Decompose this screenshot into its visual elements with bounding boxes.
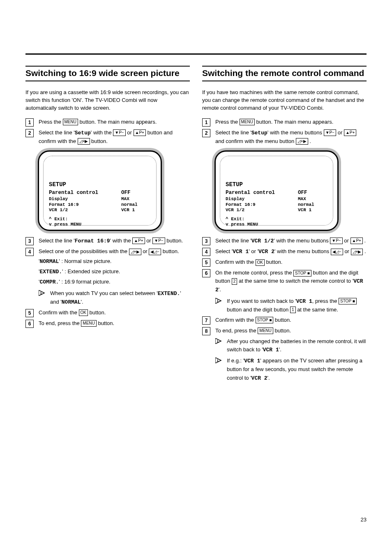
svg-text:i: i: [40, 291, 42, 295]
text: Select one of the possibilities with the: [39, 248, 129, 254]
code-text: EXTEND.: [39, 269, 62, 275]
osd-value: normal: [121, 202, 151, 208]
step-list: 3 Select the line 'VCR 1/2' with the men…: [202, 237, 367, 383]
osd-value: OFF: [121, 190, 151, 196]
osd-footer: v press MENU: [49, 222, 151, 227]
p-plus-button: ▲P+: [344, 129, 356, 136]
step-body: Confirm with the STOP ■ button.: [215, 316, 367, 324]
step-body: Select the line 'Setup' with the menu bu…: [215, 129, 367, 145]
step-number: 1: [202, 118, 210, 127]
text: button. The main menu appears.: [78, 119, 157, 125]
osd-label: Display: [49, 196, 121, 202]
info-arrow-icon: i: [215, 338, 224, 344]
step-list: 1 Press the MENU button. The main menu a…: [25, 118, 190, 145]
section-title: Switching the remote control command: [202, 66, 367, 81]
code-text: Setup: [75, 130, 91, 136]
step-5: 5 Confirm with the OK button.: [25, 309, 190, 317]
code-text: Format 16:9: [75, 238, 110, 244]
digit-2-button: 2: [232, 278, 238, 285]
step-3: 3 Select the line 'Format 16:9' with the…: [25, 237, 190, 245]
step-number: 4: [25, 248, 34, 256]
code-text: COMPR.: [39, 279, 59, 285]
osd-value: MAX: [121, 196, 151, 202]
step-body: Select 'VCR 1' or 'VCR 2' with the menu …: [215, 247, 367, 256]
text: : Extended size picture.: [63, 268, 120, 274]
step-number: 6: [202, 269, 210, 277]
step-2: 2 Select the line 'Setup' with the ▼P− o…: [25, 129, 190, 145]
p-plus-button: ▲P+: [350, 238, 363, 244]
svg-text:i: i: [217, 359, 219, 363]
step-body: Press the MENU button. The main menu app…: [215, 118, 367, 126]
osd-screenshot: SETUP Parental controlOFF DisplayMAX For…: [214, 150, 367, 231]
step-body: To end, press the MENU button.: [39, 319, 190, 327]
step-4: 4 Select 'VCR 1' or 'VCR 2' with the men…: [202, 247, 367, 256]
osd-value: VCR 1: [298, 208, 327, 213]
text: button.: [90, 138, 108, 144]
right-column: Switching the remote control command If …: [202, 66, 367, 510]
stop-button-label: STOP ■: [256, 317, 274, 323]
osd-footer: ^ Exit:: [226, 217, 327, 222]
p-minus-button: ▼P−: [152, 238, 165, 244]
step-body: Confirm with the OK button.: [39, 309, 190, 317]
step-3: 3 Select the line 'VCR 1/2' with the men…: [202, 237, 367, 245]
step-number: 5: [202, 258, 210, 267]
page-number: 23: [361, 517, 367, 523]
text: : Normal size picture.: [60, 258, 112, 264]
note-text: After you changed the batteries in the r…: [227, 337, 367, 354]
osd-value: OFF: [298, 190, 327, 196]
p-minus-button: ▼P−: [330, 238, 342, 244]
right-plus-button: ◿+▶: [296, 138, 308, 145]
osd-content: SETUP Parental controlOFF DisplayMAX For…: [226, 181, 327, 227]
osd-value: MAX: [298, 196, 327, 202]
step-number: 4: [202, 248, 210, 256]
note: i After you changed the batteries in the…: [215, 337, 367, 354]
text: button.: [88, 309, 106, 316]
left-minus-button: ◀◿−: [149, 249, 161, 255]
p-plus-button: ▲P+: [134, 129, 146, 136]
ok-button-label: OK: [256, 259, 265, 266]
step-body: Confirm with the OK button.: [215, 258, 367, 266]
osd-label: Parental control: [49, 190, 121, 196]
menu-button-label: MENU: [81, 320, 96, 327]
osd-footer: ^ Exit:: [49, 217, 151, 222]
info-arrow-icon: i: [215, 357, 224, 363]
menu-button-label: MENU: [258, 327, 273, 334]
osd-screenshot: SETUP Parental controlOFF DisplayMAX For…: [38, 150, 190, 231]
text: Press the: [39, 119, 63, 125]
step-number: 2: [25, 129, 34, 137]
text: or: [145, 238, 153, 244]
step-body: To end, press the MENU button. i After y…: [215, 327, 367, 383]
section-intro: If you are using a cassette with 16:9 wi…: [25, 89, 190, 112]
right-plus-button: ◿+▶: [78, 138, 90, 145]
step-number: 3: [25, 237, 34, 245]
osd-label: VCR 1/2: [226, 208, 298, 213]
step-1: 1 Press the MENU button. The main menu a…: [202, 118, 367, 127]
osd-title: SETUP: [226, 181, 327, 189]
step-list: 3 Select the line 'Format 16:9' with the…: [25, 237, 190, 328]
text: button.: [97, 320, 114, 326]
osd-content: SETUP Parental controlOFF DisplayMAX For…: [49, 181, 151, 227]
left-minus-button: ◀◿−: [331, 249, 343, 255]
note-text: When you watch TV you can select between…: [50, 289, 190, 307]
osd-value: normal: [298, 202, 327, 208]
osd-label: VCR 1/2: [49, 208, 121, 213]
svg-text:i: i: [217, 299, 219, 303]
section-intro: If you have two machines with the same r…: [202, 89, 367, 112]
step-6: 6 To end, press the MENU button.: [25, 319, 190, 328]
note: i If e.g.: 'VCR 1' appears on the TV scr…: [215, 357, 367, 382]
step-1: 1 Press the MENU button. The main menu a…: [25, 118, 190, 127]
code-text: NORMAL: [39, 258, 59, 265]
osd-value: VCR 1: [121, 208, 151, 213]
note-text: If you want to switch back to 'VCR 1, pr…: [227, 297, 367, 314]
step-8: 8 To end, press the MENU button. i After…: [202, 327, 367, 383]
osd-title: SETUP: [49, 181, 151, 189]
step-7: 7 Confirm with the STOP ■ button.: [202, 316, 367, 325]
menu-button-label: MENU: [63, 119, 78, 125]
section-title: Switching to 16:9 wide screen picture: [25, 66, 190, 81]
step-6: 6 On the remote control, press the STOP …: [202, 269, 367, 314]
step-number: 2: [202, 129, 210, 137]
step-body: Select the line 'VCR 1/2' with the menu …: [215, 237, 367, 245]
text: button.: [165, 238, 183, 244]
text: ' with the: [91, 129, 113, 136]
step-body: Select one of the possibilities with the…: [39, 247, 190, 307]
